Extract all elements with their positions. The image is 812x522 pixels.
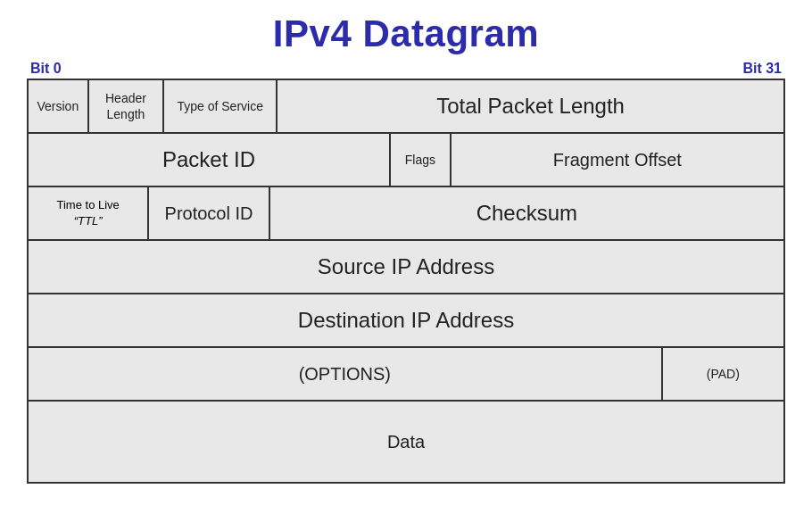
row-3: Time to Live“TTL” Protocol ID Checksum <box>29 187 783 241</box>
cell-data-text: Data <box>387 432 425 452</box>
cell-header-length-text: HeaderLength <box>105 90 146 122</box>
cell-dest-ip-text: Destination IP Address <box>298 308 514 333</box>
cell-packet-id-text: Packet ID <box>162 147 255 172</box>
cell-fragment-offset: Fragment Offset <box>452 134 783 186</box>
row-1: Version HeaderLength Type of Service Tot… <box>29 80 783 134</box>
cell-packet-id: Packet ID <box>29 134 391 186</box>
cell-protocol-id: Protocol ID <box>149 187 269 239</box>
cell-checksum: Checksum <box>270 187 783 239</box>
row-7: Data <box>29 402 783 484</box>
cell-type-of-service-text: Type of Service <box>177 98 263 114</box>
cell-total-packet-length-text: Total Packet Length <box>436 94 625 119</box>
cell-options-text: (OPTIONS) <box>299 364 391 385</box>
cell-version-text: Version <box>37 98 79 114</box>
cell-pad: (PAD) <box>663 348 783 400</box>
cell-header-length: HeaderLength <box>89 80 165 132</box>
cell-options: (OPTIONS) <box>29 348 663 400</box>
row-5: Destination IP Address <box>29 294 783 348</box>
cell-type-of-service: Type of Service <box>164 80 278 132</box>
cell-version: Version <box>29 80 89 132</box>
bit-0-label: Bit 0 <box>30 61 62 77</box>
cell-protocol-id-text: Protocol ID <box>165 203 253 224</box>
page-title: IPv4 Datagram <box>273 12 539 55</box>
cell-checksum-text: Checksum <box>476 201 577 226</box>
cell-flags-text: Flags <box>405 152 435 168</box>
cell-flags: Flags <box>391 134 452 186</box>
row-6: (OPTIONS) (PAD) <box>29 348 783 402</box>
cell-source-ip: Source IP Address <box>29 241 783 293</box>
cell-pad-text: (PAD) <box>707 366 740 382</box>
bit-labels: Bit 0 Bit 31 <box>27 61 785 77</box>
cell-fragment-offset-text: Fragment Offset <box>553 150 682 170</box>
bit-31-label: Bit 31 <box>742 61 782 77</box>
cell-source-ip-text: Source IP Address <box>318 254 494 279</box>
cell-data: Data <box>29 402 783 482</box>
cell-total-packet-length: Total Packet Length <box>278 80 783 132</box>
cell-dest-ip: Destination IP Address <box>29 294 783 346</box>
row-4: Source IP Address <box>29 241 783 294</box>
row-2: Packet ID Flags Fragment Offset <box>29 134 783 187</box>
cell-ttl: Time to Live“TTL” <box>29 187 149 239</box>
cell-ttl-text: Time to Live“TTL” <box>57 197 120 229</box>
ipv4-diagram: Version HeaderLength Type of Service Tot… <box>27 79 785 484</box>
